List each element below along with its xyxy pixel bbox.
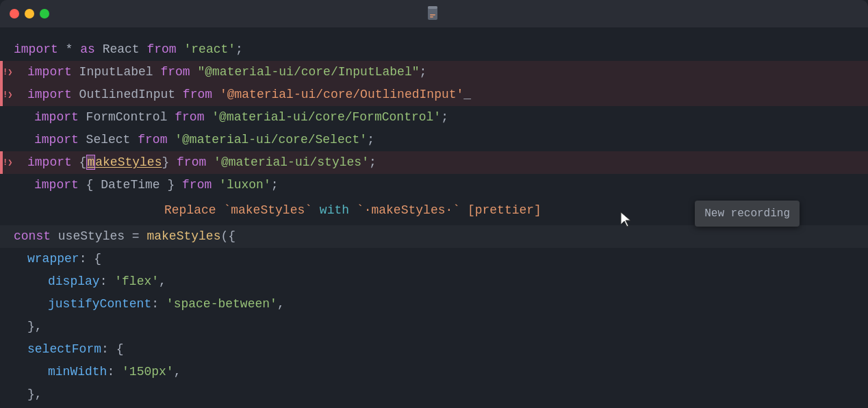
traffic-lights	[10, 9, 49, 18]
code-line-3: !❯ import OutlinedInput from '@material-…	[0, 84, 868, 106]
makestyles-highlighted: makeStyles	[86, 153, 162, 173]
new-recording-tooltip: New recording	[695, 201, 800, 227]
code-line-2: !❯ import InputLabel from "@material-ui/…	[0, 61, 868, 84]
file-icon	[428, 6, 440, 21]
keyword-import: import	[14, 40, 58, 60]
maximize-button[interactable]	[40, 9, 49, 18]
code-line-6: !❯ import {makeStyles} from '@material-u…	[0, 151, 868, 174]
code-line-15: minWidth: '150px',	[0, 361, 868, 383]
error-marker-3: !❯	[0, 84, 3, 106]
svg-rect-2	[430, 14, 435, 16]
code-line-4: import FormControl from '@material-ui/co…	[0, 106, 868, 129]
code-line-9: const useStyles = makeStyles({	[0, 225, 868, 248]
suggestion-text: Replace `makeStyles`	[164, 201, 320, 221]
close-button[interactable]	[10, 9, 19, 18]
code-line-5: import Select from '@material-ui/core/Se…	[0, 129, 868, 151]
editor-window: import * as React from 'react'; !❯ impor…	[0, 0, 868, 408]
code-line-14: selectForm: {	[0, 338, 868, 361]
svg-rect-1	[428, 6, 437, 9]
error-marker-2: !❯	[0, 61, 3, 84]
code-line-7: import { DateTime } from 'luxon';	[0, 174, 868, 196]
code-line-13: },	[0, 316, 868, 338]
code-line-10: wrapper: {	[0, 248, 868, 270]
error-marker-6: !❯	[0, 151, 3, 174]
code-line-16: },	[0, 383, 868, 406]
code-editor[interactable]: import * as React from 'react'; !❯ impor…	[0, 27, 868, 408]
minimize-button[interactable]	[25, 9, 34, 18]
titlebar	[0, 0, 868, 27]
code-line-12: justifyContent: 'space-between',	[0, 293, 868, 316]
code-line-suggestion: Replace `makeStyles` with `·makeStyles·`…	[0, 196, 868, 225]
code-line-11: display: 'flex',	[0, 270, 868, 293]
svg-rect-3	[430, 16, 433, 18]
titlebar-center	[428, 6, 440, 21]
code-line-1: import * as React from 'react';	[0, 38, 868, 61]
